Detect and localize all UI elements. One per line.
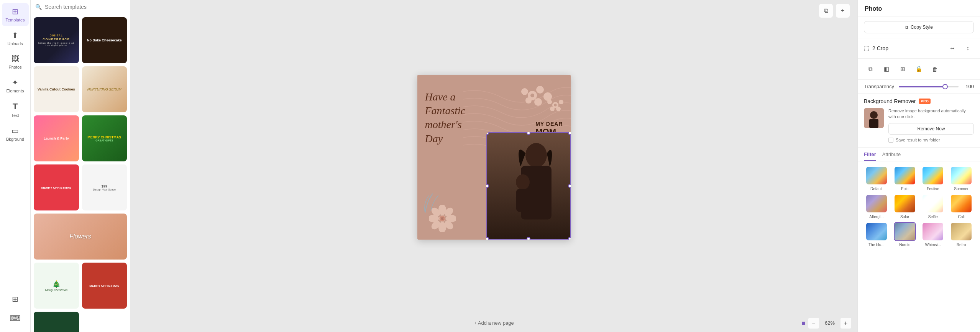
svg-point-16 xyxy=(516,174,530,190)
svg-point-30 xyxy=(442,219,443,220)
filter-preview-aftergl xyxy=(865,194,888,213)
search-bar: 🔍 xyxy=(31,0,130,14)
layers-icon-button[interactable]: ◧ xyxy=(880,62,893,76)
template-card-santa[interactable]: MERRY CHRISTMAS xyxy=(34,164,79,210)
svg-point-34 xyxy=(870,111,878,119)
pro-badge: PRO xyxy=(919,99,931,104)
filter-label-retro: Retro xyxy=(957,243,966,247)
filter-thumb-aftergl xyxy=(866,195,887,212)
card-line2: Fantastic xyxy=(425,104,466,118)
uploads-icon: ⬆ xyxy=(12,31,18,40)
align-icon-button[interactable]: ⊞ xyxy=(896,62,909,76)
sidebar-item-apps[interactable]: ⊞ xyxy=(2,291,29,309)
template-card-christmas1[interactable]: MERRY CHRISTMAS GREAT GIFTS xyxy=(82,115,127,161)
svg-point-11 xyxy=(556,107,561,111)
bg-remover-header: Background Remover PRO xyxy=(864,98,974,104)
template-card-launch[interactable]: Launch & Party xyxy=(34,115,79,161)
sidebar-item-elements[interactable]: ✦ Elements xyxy=(2,74,29,97)
filter-preview-cali xyxy=(950,194,972,213)
filter-item-selfie[interactable]: Selfie xyxy=(921,194,946,219)
filter-thumb-solar xyxy=(895,195,915,212)
save-result-row: Save result to my folder xyxy=(888,138,974,143)
template-card-chair[interactable]: $99 Design Your Space xyxy=(82,164,127,210)
filter-item-cali[interactable]: Cali xyxy=(949,194,974,219)
filter-grid: DefaultEpicFestiveSummerAftergl...SolarS… xyxy=(858,161,980,251)
template-card-christmas2[interactable]: MERRY CHRISTMAS xyxy=(82,263,127,309)
template-gifts: GREAT GIFTS xyxy=(95,139,113,142)
add-page-button[interactable]: + Add a new page xyxy=(470,316,517,330)
template-card-serum[interactable]: NURTURING SERUM xyxy=(82,66,127,112)
filter-item-epic[interactable]: Epic xyxy=(892,166,918,191)
filter-item-retro[interactable]: Retro xyxy=(949,222,974,247)
filter-preview-summer xyxy=(950,166,972,185)
template-chair-sub: Design Your Space xyxy=(93,188,116,191)
bg-remover-title: Background Remover xyxy=(864,98,916,104)
template-christmas2-label: MERRY CHRISTMAS xyxy=(89,284,119,288)
svg-point-32 xyxy=(443,219,444,220)
copy-icon-button[interactable]: ⧉ xyxy=(864,62,877,76)
template-launch-label: Launch & Party xyxy=(44,136,69,140)
template-sub: bring the right people at the right plac… xyxy=(36,42,77,46)
add-element-button[interactable]: + xyxy=(836,4,850,18)
delete-icon-button[interactable]: 🗑 xyxy=(928,62,941,76)
templates-icon: ⊞ xyxy=(12,7,18,16)
sidebar-item-keyboard[interactable]: ⌨ xyxy=(2,310,29,328)
crop-flip-v-button[interactable]: ↕ xyxy=(962,42,974,54)
transparency-slider[interactable] xyxy=(899,86,959,87)
template-card-xmas3[interactable]: MERRY CHRISTMAS xyxy=(34,312,79,332)
template-card-cookies[interactable]: Vanilla Cutout Cookies xyxy=(34,66,79,112)
filter-label-festive: Festive xyxy=(927,187,939,191)
remove-now-button[interactable]: Remove Now xyxy=(888,123,974,135)
search-icon: 🔍 xyxy=(35,4,42,10)
filter-label-bluish: The blu... xyxy=(868,243,885,247)
filter-item-nordic[interactable]: Nordic xyxy=(892,222,918,247)
filter-item-solar[interactable]: Solar xyxy=(892,194,918,219)
filter-item-festive[interactable]: Festive xyxy=(921,166,946,191)
canvas-area[interactable]: Have a Fantastic mother's Day MY DEAR MO… xyxy=(130,0,857,314)
duplicate-button[interactable]: ⧉ xyxy=(819,4,833,18)
filter-item-default[interactable]: Default xyxy=(864,166,889,191)
svg-point-12 xyxy=(554,104,556,106)
filter-item-whimsi[interactable]: Whimsi... xyxy=(921,222,946,247)
card-photo[interactable] xyxy=(486,132,571,240)
zoom-in-button[interactable]: + xyxy=(840,318,851,329)
search-input[interactable] xyxy=(45,4,125,10)
template-card-cheesecake[interactable]: No Bake Cheesecake xyxy=(82,17,127,63)
save-result-label: Save result to my folder xyxy=(896,138,940,142)
bg-remover-body: Remove image background automatically wi… xyxy=(864,108,974,143)
sidebar-elements-label: Elements xyxy=(7,89,24,93)
sidebar-item-uploads[interactable]: ⬆ Uploads xyxy=(2,27,29,50)
main-area: ⧉ + xyxy=(130,0,857,332)
filter-thumb-selfie xyxy=(923,195,943,212)
copy-style-button[interactable]: ⧉ Copy Style xyxy=(864,21,974,33)
sidebar-item-photos[interactable]: 🖼 Photos xyxy=(2,51,29,73)
template-card-conference[interactable]: DIGITAL CONFERENCE bring the right peopl… xyxy=(34,17,79,63)
filter-item-summer[interactable]: Summer xyxy=(949,166,974,191)
tab-filter[interactable]: Filter xyxy=(864,151,876,161)
sidebar-item-background[interactable]: ▭ Bkground xyxy=(2,122,29,145)
filter-thumb-summer xyxy=(951,167,972,184)
apps-icon: ⊞ xyxy=(12,294,18,304)
card-line1: Have a xyxy=(425,90,466,104)
copy-style-label: Copy Style xyxy=(911,25,933,30)
wreath-icon: 🎄 xyxy=(52,280,61,288)
sidebar-item-text[interactable]: T Text xyxy=(2,98,29,122)
svg-point-2 xyxy=(536,86,544,94)
sidebar-item-templates[interactable]: ⊞ Templates xyxy=(2,3,29,26)
lock-icon-button[interactable]: 🔒 xyxy=(912,62,925,76)
sidebar-text-label: Text xyxy=(11,113,19,118)
svg-point-29 xyxy=(443,217,444,218)
filter-item-aftergl[interactable]: Aftergl... xyxy=(864,194,889,219)
template-card-wreath[interactable]: 🎄 Merry Christmas xyxy=(34,263,79,309)
zoom-controls: − 62% + xyxy=(808,318,851,329)
template-card-flowers[interactable]: Flowers xyxy=(34,214,127,260)
filter-thumb-epic xyxy=(895,167,915,184)
save-result-checkbox[interactable] xyxy=(888,138,893,143)
filter-item-bluish[interactable]: The blu... xyxy=(864,222,889,247)
text-icon: T xyxy=(13,102,18,112)
tab-attribute[interactable]: Attribute xyxy=(882,151,901,161)
canvas-page: Have a Fantastic mother's Day MY DEAR MO… xyxy=(417,75,571,240)
zoom-out-button[interactable]: − xyxy=(808,318,819,329)
filter-label-aftergl: Aftergl... xyxy=(869,215,883,219)
crop-flip-h-button[interactable]: ↔ xyxy=(946,42,959,54)
